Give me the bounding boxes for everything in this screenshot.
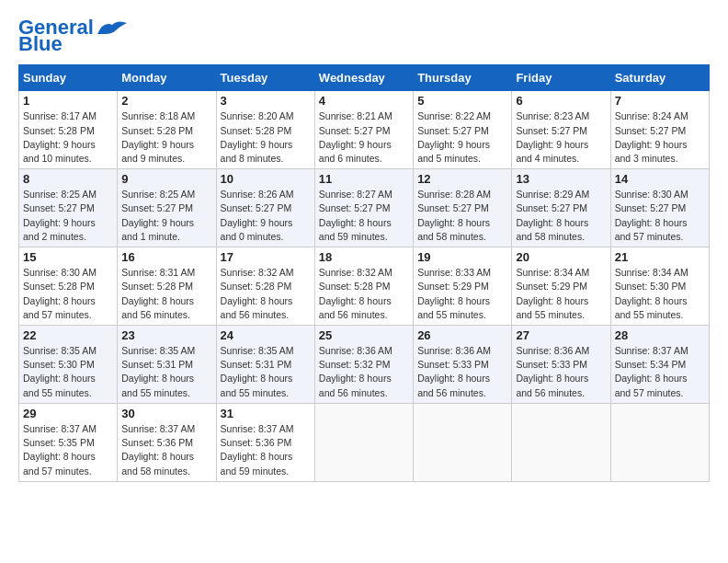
logo-bird-icon bbox=[96, 17, 129, 38]
day-number: 25 bbox=[319, 328, 409, 342]
calendar-day-cell: 5Sunrise: 8:22 AM Sunset: 5:27 PM Daylig… bbox=[414, 91, 512, 169]
calendar-day-cell: 3Sunrise: 8:20 AM Sunset: 5:28 PM Daylig… bbox=[216, 91, 314, 169]
day-number: 31 bbox=[221, 407, 311, 420]
calendar-day-cell: 16Sunrise: 8:31 AM Sunset: 5:28 PM Dayli… bbox=[118, 247, 216, 326]
day-detail: Sunrise: 8:17 AM Sunset: 5:28 PM Dayligh… bbox=[23, 109, 113, 166]
calendar-day-cell: 17Sunrise: 8:32 AM Sunset: 5:28 PM Dayli… bbox=[216, 247, 314, 326]
day-detail: Sunrise: 8:25 AM Sunset: 5:27 PM Dayligh… bbox=[23, 188, 113, 244]
calendar-week-row: 1Sunrise: 8:17 AM Sunset: 5:28 PM Daylig… bbox=[19, 91, 710, 169]
calendar-day-cell: 21Sunrise: 8:34 AM Sunset: 5:30 PM Dayli… bbox=[610, 247, 709, 326]
empty-cell bbox=[610, 403, 709, 481]
day-detail: Sunrise: 8:32 AM Sunset: 5:28 PM Dayligh… bbox=[221, 266, 311, 322]
calendar-week-row: 15Sunrise: 8:30 AM Sunset: 5:28 PM Dayli… bbox=[19, 247, 710, 326]
calendar-day-cell: 8Sunrise: 8:25 AM Sunset: 5:27 PM Daylig… bbox=[19, 169, 118, 247]
day-number: 14 bbox=[615, 172, 705, 186]
day-detail: Sunrise: 8:34 AM Sunset: 5:29 PM Dayligh… bbox=[516, 266, 606, 322]
calendar-day-cell: 14Sunrise: 8:30 AM Sunset: 5:27 PM Dayli… bbox=[610, 169, 709, 247]
day-number: 7 bbox=[615, 94, 705, 108]
empty-cell bbox=[512, 403, 610, 481]
weekday-header-row: SundayMondayTuesdayWednesdayThursdayFrid… bbox=[19, 65, 710, 91]
day-number: 6 bbox=[516, 94, 606, 108]
day-number: 22 bbox=[23, 328, 113, 342]
calendar-day-cell: 27Sunrise: 8:36 AM Sunset: 5:33 PM Dayli… bbox=[512, 326, 610, 404]
calendar-day-cell: 22Sunrise: 8:35 AM Sunset: 5:30 PM Dayli… bbox=[19, 326, 118, 404]
day-detail: Sunrise: 8:25 AM Sunset: 5:27 PM Dayligh… bbox=[121, 188, 211, 244]
day-detail: Sunrise: 8:37 AM Sunset: 5:36 PM Dayligh… bbox=[221, 422, 311, 478]
day-number: 29 bbox=[23, 407, 113, 420]
day-number: 8 bbox=[23, 172, 113, 186]
day-number: 5 bbox=[417, 94, 507, 108]
empty-cell bbox=[314, 403, 413, 481]
calendar-day-cell: 18Sunrise: 8:32 AM Sunset: 5:28 PM Dayli… bbox=[314, 247, 413, 326]
day-detail: Sunrise: 8:28 AM Sunset: 5:27 PM Dayligh… bbox=[417, 188, 507, 244]
calendar-day-cell: 11Sunrise: 8:27 AM Sunset: 5:27 PM Dayli… bbox=[314, 169, 413, 247]
weekday-header-wednesday: Wednesday bbox=[314, 65, 413, 91]
day-number: 10 bbox=[221, 172, 311, 186]
calendar-day-cell: 26Sunrise: 8:36 AM Sunset: 5:33 PM Dayli… bbox=[414, 326, 512, 404]
day-number: 12 bbox=[417, 172, 507, 186]
day-number: 15 bbox=[23, 250, 113, 264]
day-detail: Sunrise: 8:35 AM Sunset: 5:31 PM Dayligh… bbox=[121, 344, 211, 400]
day-number: 11 bbox=[319, 172, 409, 186]
day-detail: Sunrise: 8:36 AM Sunset: 5:33 PM Dayligh… bbox=[417, 344, 507, 400]
header: General Blue bbox=[18, 17, 710, 55]
day-detail: Sunrise: 8:29 AM Sunset: 5:27 PM Dayligh… bbox=[516, 188, 606, 244]
calendar-day-cell: 23Sunrise: 8:35 AM Sunset: 5:31 PM Dayli… bbox=[118, 326, 216, 404]
calendar-week-row: 8Sunrise: 8:25 AM Sunset: 5:27 PM Daylig… bbox=[19, 169, 710, 247]
weekday-header-monday: Monday bbox=[118, 65, 216, 91]
logo: General Blue bbox=[18, 17, 129, 55]
calendar-day-cell: 29Sunrise: 8:37 AM Sunset: 5:35 PM Dayli… bbox=[19, 403, 118, 481]
day-number: 17 bbox=[221, 250, 311, 264]
day-detail: Sunrise: 8:31 AM Sunset: 5:28 PM Dayligh… bbox=[121, 266, 211, 322]
day-number: 27 bbox=[516, 328, 606, 342]
page: General Blue SundayMondayTuesdayWednesda… bbox=[0, 0, 728, 491]
day-number: 19 bbox=[417, 250, 507, 264]
day-number: 1 bbox=[23, 94, 113, 108]
day-number: 30 bbox=[121, 407, 211, 420]
calendar-week-row: 29Sunrise: 8:37 AM Sunset: 5:35 PM Dayli… bbox=[19, 403, 710, 481]
day-detail: Sunrise: 8:22 AM Sunset: 5:27 PM Dayligh… bbox=[417, 109, 507, 166]
day-number: 21 bbox=[615, 250, 705, 264]
calendar-day-cell: 7Sunrise: 8:24 AM Sunset: 5:27 PM Daylig… bbox=[610, 91, 709, 169]
day-number: 9 bbox=[121, 172, 211, 186]
calendar-day-cell: 15Sunrise: 8:30 AM Sunset: 5:28 PM Dayli… bbox=[19, 247, 118, 326]
day-detail: Sunrise: 8:26 AM Sunset: 5:27 PM Dayligh… bbox=[221, 188, 311, 244]
day-detail: Sunrise: 8:36 AM Sunset: 5:33 PM Dayligh… bbox=[516, 344, 606, 400]
calendar-day-cell: 9Sunrise: 8:25 AM Sunset: 5:27 PM Daylig… bbox=[118, 169, 216, 247]
day-number: 20 bbox=[516, 250, 606, 264]
calendar-day-cell: 31Sunrise: 8:37 AM Sunset: 5:36 PM Dayli… bbox=[216, 403, 314, 481]
day-detail: Sunrise: 8:37 AM Sunset: 5:34 PM Dayligh… bbox=[615, 344, 705, 400]
calendar-day-cell: 28Sunrise: 8:37 AM Sunset: 5:34 PM Dayli… bbox=[610, 326, 709, 404]
day-number: 24 bbox=[221, 328, 311, 342]
weekday-header-saturday: Saturday bbox=[610, 65, 709, 91]
day-number: 4 bbox=[319, 94, 409, 108]
calendar-day-cell: 6Sunrise: 8:23 AM Sunset: 5:27 PM Daylig… bbox=[512, 91, 610, 169]
logo-blue: Blue bbox=[18, 33, 63, 55]
day-number: 26 bbox=[417, 328, 507, 342]
day-number: 16 bbox=[121, 250, 211, 264]
day-number: 13 bbox=[516, 172, 606, 186]
calendar-day-cell: 10Sunrise: 8:26 AM Sunset: 5:27 PM Dayli… bbox=[216, 169, 314, 247]
day-number: 18 bbox=[319, 250, 409, 264]
day-detail: Sunrise: 8:24 AM Sunset: 5:27 PM Dayligh… bbox=[615, 109, 705, 166]
calendar-table: SundayMondayTuesdayWednesdayThursdayFrid… bbox=[18, 64, 710, 481]
calendar-day-cell: 1Sunrise: 8:17 AM Sunset: 5:28 PM Daylig… bbox=[19, 91, 118, 169]
calendar-day-cell: 20Sunrise: 8:34 AM Sunset: 5:29 PM Dayli… bbox=[512, 247, 610, 326]
day-detail: Sunrise: 8:23 AM Sunset: 5:27 PM Dayligh… bbox=[516, 109, 606, 166]
day-number: 23 bbox=[121, 328, 211, 342]
weekday-header-tuesday: Tuesday bbox=[216, 65, 314, 91]
day-number: 28 bbox=[615, 328, 705, 342]
day-number: 3 bbox=[221, 94, 311, 108]
calendar-day-cell: 30Sunrise: 8:37 AM Sunset: 5:36 PM Dayli… bbox=[118, 403, 216, 481]
calendar-day-cell: 19Sunrise: 8:33 AM Sunset: 5:29 PM Dayli… bbox=[414, 247, 512, 326]
weekday-header-sunday: Sunday bbox=[19, 65, 118, 91]
calendar-day-cell: 2Sunrise: 8:18 AM Sunset: 5:28 PM Daylig… bbox=[118, 91, 216, 169]
day-detail: Sunrise: 8:36 AM Sunset: 5:32 PM Dayligh… bbox=[319, 344, 409, 400]
day-detail: Sunrise: 8:21 AM Sunset: 5:27 PM Dayligh… bbox=[319, 109, 409, 166]
calendar-day-cell: 13Sunrise: 8:29 AM Sunset: 5:27 PM Dayli… bbox=[512, 169, 610, 247]
day-detail: Sunrise: 8:33 AM Sunset: 5:29 PM Dayligh… bbox=[417, 266, 507, 322]
day-detail: Sunrise: 8:30 AM Sunset: 5:27 PM Dayligh… bbox=[615, 188, 705, 244]
day-detail: Sunrise: 8:37 AM Sunset: 5:35 PM Dayligh… bbox=[23, 422, 113, 478]
weekday-header-friday: Friday bbox=[512, 65, 610, 91]
empty-cell bbox=[414, 403, 512, 481]
